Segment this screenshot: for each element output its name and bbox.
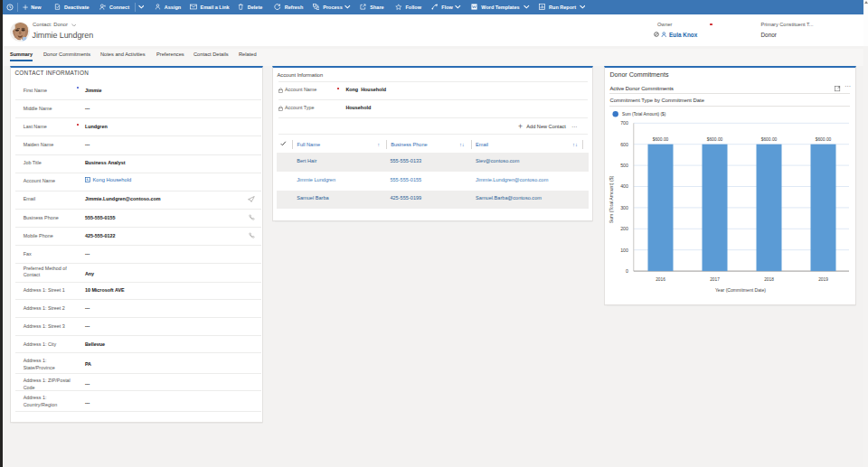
- svg-text:$600.00: $600.00: [760, 137, 777, 142]
- svg-text:2016: 2016: [656, 277, 665, 282]
- svg-text:$600.00: $600.00: [706, 137, 722, 142]
- svg-text:2019: 2019: [818, 277, 828, 282]
- svg-text:$600.00: $600.00: [815, 137, 831, 142]
- svg-text:Sum (Total Amount) ($): Sum (Total Amount) ($): [622, 112, 666, 117]
- svg-text:Sum (Total Amount) ($): Sum (Total Amount) ($): [608, 176, 613, 224]
- svg-text:500: 500: [620, 163, 628, 168]
- svg-text:Year (Commitment Date): Year (Commitment Date): [714, 287, 765, 293]
- svg-text:700: 700: [620, 120, 628, 126]
- svg-text:100: 100: [620, 248, 628, 253]
- svg-text:2017: 2017: [710, 277, 720, 282]
- svg-text:300: 300: [620, 205, 628, 210]
- svg-text:$600.00: $600.00: [652, 137, 668, 142]
- svg-text:2018: 2018: [764, 277, 774, 282]
- svg-text:0: 0: [626, 268, 628, 274]
- svg-text:200: 200: [620, 226, 628, 231]
- svg-text:600: 600: [620, 142, 628, 147]
- svg-text:400: 400: [620, 183, 628, 189]
